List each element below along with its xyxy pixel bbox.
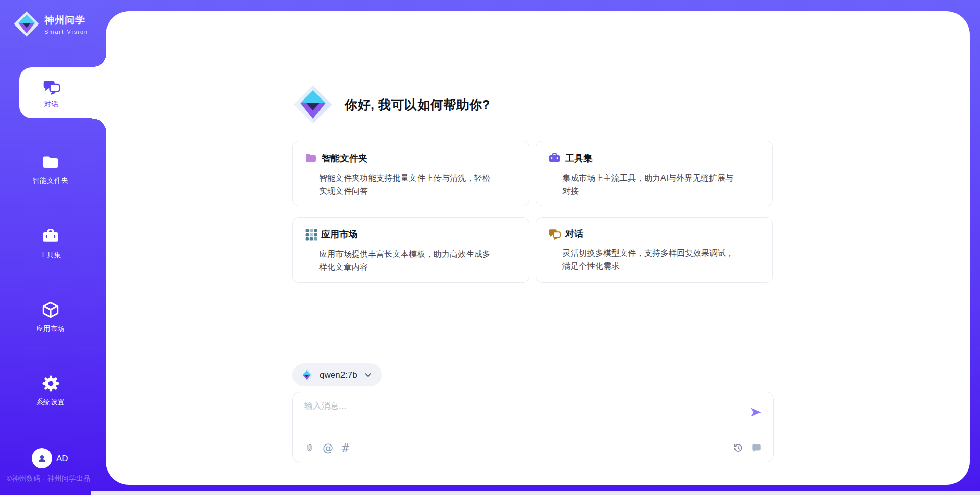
page-bottom-strip (91, 491, 980, 495)
card-title: 对话 (565, 228, 583, 240)
chat-bubble-icon (751, 442, 762, 454)
history-button[interactable] (732, 442, 744, 454)
user-name: AD (56, 454, 68, 464)
toolbox-icon (548, 151, 561, 165)
message-input[interactable] (304, 400, 728, 430)
quick-phrase-button[interactable] (751, 442, 762, 454)
feature-card-toolset[interactable]: 工具集 集成市场上主流工具，助力AI与外界无缝扩展与对接 (536, 141, 773, 206)
sidebar-item-label: 应用市场 (36, 324, 65, 333)
greeting: 你好, 我可以如何帮助你? (292, 84, 491, 125)
grid-cube-icon (304, 228, 317, 241)
feature-cards: 智能文件夹 智能文件夹功能支持批量文件上传与清洗，轻松实现文件问答 工具集 (292, 141, 773, 283)
composer-divider (304, 434, 762, 434)
model-name: qwen2:7b (320, 370, 357, 380)
card-title: 智能文件夹 (322, 152, 368, 164)
brand-diamond-icon (13, 11, 40, 37)
toolbox-icon (41, 227, 60, 246)
sidebar-item-label: 工具集 (40, 251, 61, 260)
card-description: 应用市场提供丰富长文本模板，助力高效生成多样化文章内容 (319, 247, 495, 274)
sidebar-item-label: 对话 (44, 100, 59, 109)
folder-open-icon (304, 151, 318, 165)
send-icon (749, 406, 763, 419)
sidebar-item-app-market[interactable]: 应用市场 (0, 300, 101, 333)
feature-card-chat[interactable]: 对话 灵活切换多模型文件，支持多样回复效果调试，满足个性化需求 (536, 217, 773, 283)
chevron-down-icon (364, 372, 372, 378)
sidebar: 神州问学 Smart Vision 对话 智能文件夹 (0, 0, 106, 495)
sidebar-item-settings[interactable]: 系统设置 (0, 374, 101, 407)
mention-button[interactable]: @ (323, 443, 333, 454)
tab-fillet-bottom (92, 118, 107, 133)
card-title: 应用市场 (321, 228, 358, 240)
brand-name: 神州问学 (44, 14, 88, 27)
send-button[interactable] (749, 406, 763, 419)
copyright-text: ©神州数码 · 神州问学出品 (7, 474, 90, 483)
card-description: 智能文件夹功能支持批量文件上传与清洗，轻松实现文件问答 (319, 171, 495, 198)
sidebar-item-label: 智能文件夹 (33, 176, 68, 185)
user-avatar[interactable] (32, 448, 52, 468)
sidebar-item-toolset[interactable]: 工具集 (0, 227, 101, 260)
brand-subtitle: Smart Vision (44, 29, 88, 35)
at-icon: @ (323, 443, 333, 454)
gear-icon (41, 374, 60, 393)
chat-bubbles-icon (548, 228, 561, 240)
card-description: 灵活切换多模型文件，支持多样回复效果调试，满足个性化需求 (562, 246, 739, 273)
card-description: 集成市场上主流工具，助力AI与外界无缝扩展与对接 (562, 171, 739, 198)
chat-bubbles-icon (42, 79, 61, 95)
hash-icon: # (341, 443, 350, 454)
page-title: 你好, 我可以如何帮助你? (345, 96, 491, 113)
cube-icon (41, 300, 60, 319)
folder-icon (41, 153, 60, 171)
composer: @ # (292, 392, 774, 462)
sidebar-item-label: 系统设置 (36, 398, 65, 407)
model-selector[interactable]: qwen2:7b (292, 363, 382, 386)
sidebar-item-smart-folder[interactable]: 智能文件夹 (0, 153, 101, 185)
card-title: 工具集 (565, 152, 593, 164)
history-clock-icon (732, 442, 744, 454)
attach-button[interactable] (304, 442, 315, 454)
model-diamond-icon (300, 368, 313, 382)
logo-diamond-icon (292, 84, 333, 125)
person-icon (36, 453, 48, 464)
composer-toolbar: @ # (304, 440, 762, 456)
brand-logo: 神州问学 Smart Vision (13, 11, 88, 37)
sidebar-item-chat[interactable]: 对话 (19, 67, 107, 118)
feature-card-smart-folder[interactable]: 智能文件夹 智能文件夹功能支持批量文件上传与清洗，轻松实现文件问答 (292, 141, 529, 206)
paperclip-icon (304, 442, 315, 454)
topic-button[interactable]: # (341, 443, 350, 454)
tab-fillet-top (92, 53, 107, 67)
feature-card-app-market[interactable]: 应用市场 应用市场提供丰富长文本模板，助力高效生成多样化文章内容 (292, 217, 529, 283)
